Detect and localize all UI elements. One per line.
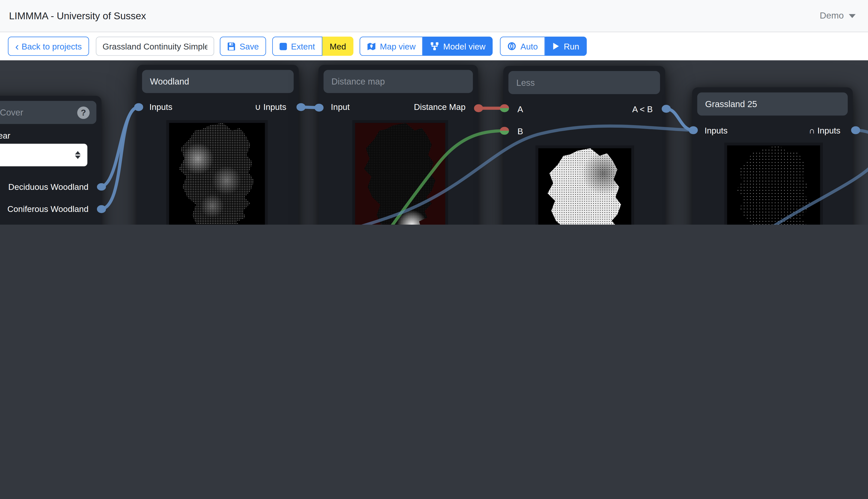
preview-frame — [724, 143, 823, 224]
preview-frame — [352, 120, 448, 224]
port-distance-map-label: Distance Map — [414, 102, 466, 112]
model-view-button[interactable]: Model view — [423, 37, 493, 56]
port-intersect-inputs-label: ∩ Inputs — [809, 126, 840, 135]
user-menu-label: Demo — [820, 11, 844, 21]
node-title-placeholder: Distance map — [331, 76, 385, 87]
node-less-1-header[interactable]: Less — [509, 71, 660, 94]
user-menu[interactable]: Demo — [820, 11, 856, 21]
node-woodland-header[interactable]: Woodland — [142, 70, 294, 93]
node-woodland[interactable]: Woodland Inputs ∪ Inputs — [137, 65, 299, 224]
app: Land Cover ? Year Deciduous WoodlandConi… — [0, 0, 868, 224]
model-view-label: Model view — [443, 41, 486, 51]
run-button[interactable]: Run — [545, 37, 587, 56]
port-woodland-union-out[interactable] — [296, 103, 306, 111]
node-land-cover[interactable]: Land Cover ? Year Deciduous WoodlandConi… — [0, 96, 101, 225]
land-cover-output-row: Arable — [0, 220, 101, 224]
node-title: Land Cover — [0, 107, 23, 118]
map-view-label: Map view — [380, 41, 416, 51]
preview-frame — [536, 145, 634, 224]
port-land-cover-deciduous-woodland[interactable] — [97, 183, 106, 191]
year-label: Year — [0, 131, 10, 141]
node-grassland-25[interactable]: Grassland 25 Inputs ∩ Inputs — [692, 87, 853, 224]
port-b-label: B — [517, 126, 523, 136]
extent-icon — [280, 42, 287, 50]
project-name-input[interactable] — [96, 37, 214, 56]
run-icon — [552, 42, 560, 50]
chevron-down-icon — [849, 14, 856, 18]
help-icon[interactable]: ? — [77, 106, 89, 119]
land-cover-output-label: Deciduous Woodland — [8, 182, 88, 192]
extent-label: Extent — [291, 41, 315, 51]
port-union-inputs-label: ∪ Inputs — [255, 102, 286, 112]
node-title-placeholder: Less — [516, 77, 535, 88]
extent-button[interactable]: Extent — [272, 37, 322, 56]
auto-label: Auto — [521, 41, 538, 51]
select-caret-icon — [75, 151, 81, 159]
map-view-button[interactable]: Map view — [359, 37, 423, 56]
auto-icon — [508, 41, 517, 51]
port-inputs-label: Inputs — [705, 126, 728, 135]
port-grassland25-inputs[interactable] — [689, 126, 698, 134]
port-land-cover-coniferous-woodland[interactable] — [97, 205, 106, 213]
toolbar: ‹ Back to projects Save Extent Med Map v… — [0, 32, 868, 60]
land-cover-output-label: Coniferous Woodland — [7, 204, 88, 214]
auto-toggle-button[interactable]: Auto — [500, 37, 545, 56]
save-button[interactable]: Save — [220, 37, 266, 56]
port-inputs-label: Inputs — [149, 102, 173, 112]
node-distance-map-1-header[interactable]: Distance map — [323, 70, 473, 93]
med-label: Med — [330, 41, 346, 51]
land-cover-output-row: Deciduous Woodland — [0, 175, 101, 198]
port-a-label: A — [517, 104, 523, 114]
port-less1-a[interactable] — [500, 104, 509, 112]
port-grassland25-out[interactable] — [851, 126, 860, 134]
app-header: LIMMMA - University of Sussex Demo — [0, 0, 868, 32]
med-badge[interactable]: Med — [322, 37, 354, 56]
port-less1-b[interactable] — [500, 127, 509, 135]
save-icon — [227, 42, 235, 50]
run-label: Run — [564, 41, 579, 51]
preview-frame — [166, 120, 268, 224]
woodland-preview-image — [169, 123, 265, 224]
node-title: Grassland 25 — [705, 99, 757, 109]
back-to-projects-label: Back to projects — [22, 41, 82, 51]
back-to-projects-button[interactable]: ‹ Back to projects — [8, 37, 89, 56]
year-select[interactable] — [0, 144, 87, 166]
wire-deciduous-to-woodland — [100, 107, 138, 186]
distance-map-1-preview-image — [355, 123, 445, 224]
port-a-less-b-label: A < B — [632, 104, 653, 114]
model-view-icon — [430, 41, 439, 51]
wire-coniferous-to-woodland — [100, 107, 138, 209]
node-grassland-25-header[interactable]: Grassland 25 — [697, 93, 848, 115]
save-label: Save — [240, 41, 259, 51]
node-title: Woodland — [150, 76, 189, 87]
grassland-25-preview-image — [727, 145, 820, 224]
chevron-left-icon: ‹ — [15, 41, 19, 51]
port-distance1-input[interactable] — [315, 104, 323, 111]
map-icon — [367, 42, 376, 50]
node-land-cover-header: Land Cover ? — [0, 101, 96, 124]
app-title: LIMMMA - University of Sussex — [9, 10, 146, 22]
port-distance1-out[interactable] — [474, 104, 483, 112]
less-1-preview-image — [538, 148, 631, 224]
port-woodland-inputs[interactable] — [134, 103, 143, 111]
node-distance-map-1[interactable]: Distance map Input Distance Map — [319, 65, 478, 224]
port-input-label: Input — [331, 102, 350, 112]
wire-less1-to-grassland25 — [666, 109, 693, 130]
node-less-1[interactable]: Less A B A < B — [503, 66, 665, 224]
land-cover-output-row: Coniferous Woodland — [0, 198, 101, 220]
port-less1-out[interactable] — [662, 105, 671, 112]
